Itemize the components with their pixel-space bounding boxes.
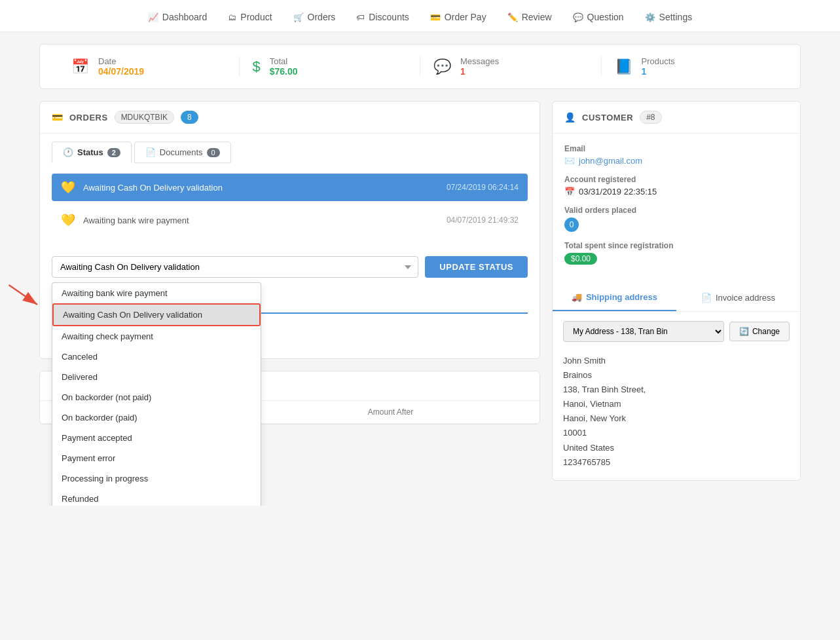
products-stat-label: Products bbox=[642, 56, 675, 66]
svg-line-1 bbox=[9, 285, 38, 305]
addr-tab-shipping[interactable]: 🚚Shipping address bbox=[553, 284, 676, 311]
email-row: Email ✉️ john@gmail.com bbox=[564, 144, 788, 166]
account-value: 📅 03/31/2019 22:35:15 bbox=[564, 187, 788, 197]
question-nav-label: Question bbox=[587, 12, 624, 22]
address-text: John SmithBrainos138, Tran Binh Street,H… bbox=[553, 347, 800, 480]
review-nav-icon: ✏️ bbox=[507, 12, 518, 22]
question-nav-icon: 💬 bbox=[573, 12, 583, 22]
address-line: Hanoi, Vietnam bbox=[563, 397, 790, 411]
messages-stat-label: Messages bbox=[460, 56, 499, 66]
customer-info: Email ✉️ john@gmail.com Account register… bbox=[553, 134, 800, 284]
update-status-row: Awaiting Cash On Delivery validation UPD… bbox=[40, 250, 539, 288]
total-spent-badge: $0.00 bbox=[564, 253, 597, 265]
shipping-addr-icon: 🚚 bbox=[572, 292, 582, 302]
discounts-nav-icon: 🏷 bbox=[356, 12, 365, 22]
status-dropdown: Awaiting bank wire paymentAwaiting Cash … bbox=[52, 282, 261, 506]
dropdown-item-processing[interactable]: Processing in progress bbox=[52, 468, 261, 489]
date-stat-value: 04/07/2019 bbox=[98, 66, 144, 77]
messages-stat-icon: 💬 bbox=[433, 58, 451, 75]
valid-orders-value: 0 bbox=[564, 217, 788, 232]
refresh-icon: 🔄 bbox=[739, 327, 749, 336]
total-spent-label: Total spent since registration bbox=[564, 241, 788, 250]
dropdown-item-canceled[interactable]: Canceled bbox=[52, 347, 261, 367]
valid-orders-row: Valid orders placed 0 bbox=[564, 206, 788, 232]
settings-nav-label: Settings bbox=[659, 12, 693, 22]
address-line: 10001 bbox=[563, 426, 790, 440]
shipping-addr-label: Shipping address bbox=[586, 292, 657, 302]
date-stat-label: Date bbox=[98, 56, 144, 66]
stat-item-messages: 💬 Messages 1 bbox=[420, 56, 602, 77]
address-line: Hanoi, New York bbox=[563, 411, 790, 426]
orders-tabs: 🕐 Status 2 📄 Documents 0 bbox=[40, 134, 539, 163]
tab-documents[interactable]: 📄 Documents 0 bbox=[134, 141, 231, 163]
total-spent-value: $0.00 bbox=[564, 253, 788, 265]
email-label: Email bbox=[564, 144, 788, 153]
status-row-1: 💛 Awaiting bank wire payment 04/07/2019 … bbox=[52, 206, 528, 234]
stat-item-date: 📅 Date 04/07/2019 bbox=[58, 56, 240, 77]
stat-item-total: $ Total $76.00 bbox=[240, 56, 421, 77]
nav-item-order-pay[interactable]: 💳Order Pay bbox=[430, 12, 486, 22]
nav-item-review[interactable]: ✏️Review bbox=[507, 12, 552, 22]
status-tab-label: Status bbox=[77, 147, 103, 157]
documents-tab-icon: 📄 bbox=[145, 147, 156, 157]
addr-tab-invoice[interactable]: 📄Invoice address bbox=[676, 284, 800, 311]
status-tab-count: 2 bbox=[107, 148, 120, 157]
status-select[interactable]: Awaiting Cash On Delivery validation bbox=[52, 256, 418, 278]
change-button-label: Change bbox=[752, 327, 780, 336]
product-nav-icon: 🗂 bbox=[228, 12, 236, 22]
dropdown-item-cod[interactable]: Awaiting Cash On Delivery validation bbox=[52, 303, 261, 326]
invoice-addr-label: Invoice address bbox=[716, 293, 775, 303]
nav-item-discounts[interactable]: 🏷Discounts bbox=[356, 12, 409, 22]
address-line: 1234765785 bbox=[563, 455, 790, 470]
address-line: United States bbox=[563, 441, 790, 455]
nav-item-dashboard[interactable]: 📈Dashboard bbox=[148, 12, 208, 22]
stat-item-products: 📘 Products 1 bbox=[602, 56, 782, 77]
dropdown-item-payment-accepted[interactable]: Payment accepted bbox=[52, 428, 261, 448]
address-tabs: 🚚Shipping address📄Invoice address bbox=[553, 284, 800, 312]
nav-item-settings[interactable]: ⚙️Settings bbox=[645, 12, 693, 22]
status-icon-1: 💛 bbox=[61, 213, 75, 227]
dropdown-item-refunded[interactable]: Refunded bbox=[52, 489, 261, 506]
nav-item-orders[interactable]: 🛒Orders bbox=[293, 12, 336, 22]
address-line: 138, Tran Binh Street, bbox=[563, 383, 790, 397]
account-date: 03/31/2019 22:35:15 bbox=[579, 187, 657, 197]
status-text-0: Awaiting Cash On Delivery validation bbox=[83, 183, 439, 193]
orders-id-badge: MDUKQTBIK bbox=[115, 111, 174, 124]
orders-card-header: 💳 ORDERS MDUKQTBIK 8 bbox=[40, 102, 539, 134]
date-stat-icon: 📅 bbox=[71, 58, 89, 75]
dropdown-item-check[interactable]: Awaiting check payment bbox=[52, 326, 261, 347]
status-tab-icon: 🕐 bbox=[63, 147, 73, 157]
stats-bar: 📅 Date 04/07/2019 $ Total $76.00 💬 Messa… bbox=[39, 44, 801, 89]
address-select[interactable]: My Address - 138, Tran Bin bbox=[563, 321, 724, 342]
change-address-button[interactable]: 🔄 Change bbox=[729, 322, 790, 341]
email-value: ✉️ john@gmail.com bbox=[564, 156, 788, 166]
right-panel: 👤 CUSTOMER #8 Email ✉️ john@gmail.com Ac… bbox=[552, 101, 801, 493]
update-status-button[interactable]: UPDATE STATUS bbox=[425, 256, 528, 278]
total-spent-row: Total spent since registration $0.00 bbox=[564, 241, 788, 265]
nav-item-product[interactable]: 🗂Product bbox=[228, 12, 272, 22]
total-stat-label: Total bbox=[270, 56, 298, 66]
dropdown-item-backorder-paid[interactable]: On backorder (paid) bbox=[52, 407, 261, 428]
discounts-nav-label: Discounts bbox=[369, 12, 409, 22]
order-pay-nav-icon: 💳 bbox=[430, 12, 441, 22]
account-label: Account registered bbox=[564, 175, 788, 184]
order-pay-nav-label: Order Pay bbox=[445, 12, 486, 22]
customer-card-header: 👤 CUSTOMER #8 bbox=[553, 102, 800, 134]
email-icon: ✉️ bbox=[564, 156, 575, 166]
dropdown-item-payment-error[interactable]: Payment error bbox=[52, 448, 261, 468]
customer-id-badge: #8 bbox=[640, 111, 661, 124]
dropdown-item-delivered[interactable]: Delivered bbox=[52, 367, 261, 387]
nav-item-question[interactable]: 💬Question bbox=[573, 12, 624, 22]
status-list: 💛 Awaiting Cash On Delivery validation 0… bbox=[40, 163, 539, 250]
review-nav-label: Review bbox=[522, 12, 552, 22]
tab-status[interactable]: 🕐 Status 2 bbox=[52, 141, 132, 163]
customer-section-label: CUSTOMER bbox=[582, 113, 633, 122]
email-link[interactable]: john@gmail.com bbox=[579, 156, 642, 166]
dropdown-item-bank-wire[interactable]: Awaiting bank wire payment bbox=[52, 283, 261, 303]
settings-nav-icon: ⚙️ bbox=[645, 12, 655, 22]
product-nav-label: Product bbox=[240, 12, 272, 22]
customer-person-icon: 👤 bbox=[564, 112, 575, 122]
dropdown-item-backorder-not-paid[interactable]: On backorder (not paid) bbox=[52, 387, 261, 407]
invoice-addr-icon: 📄 bbox=[701, 293, 712, 303]
status-text-1: Awaiting bank wire payment bbox=[83, 216, 439, 225]
